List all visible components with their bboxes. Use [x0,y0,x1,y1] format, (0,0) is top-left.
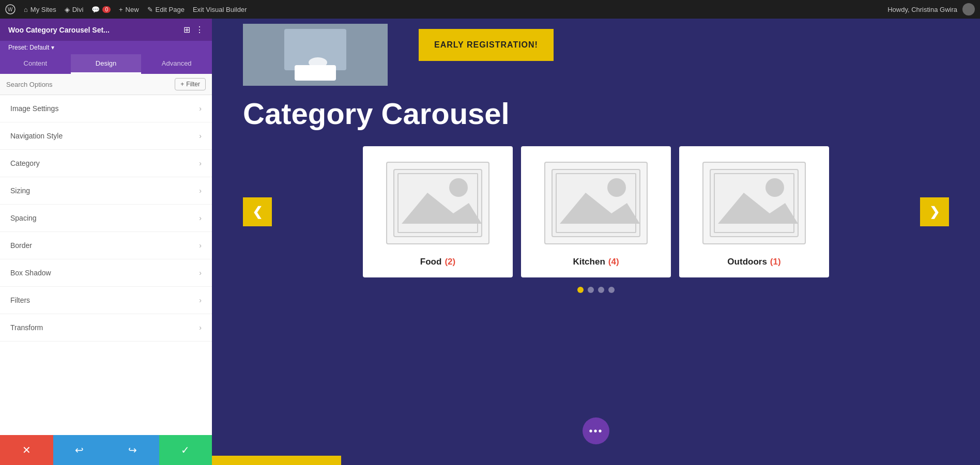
settings-item-transform[interactable]: Transform › [0,314,212,342]
search-filter-row: + Filter [0,74,212,95]
comments-btn[interactable]: 💬 0 [91,6,111,13]
redo-icon: ↪ [128,444,137,456]
admin-bar-right: Howdy, Christina Gwira [887,3,975,16]
left-panel: Woo Category Carousel Set... ⊞ ⋮ Preset:… [0,19,212,465]
close-icon: ✕ [22,444,31,456]
user-avatar[interactable] [962,3,975,16]
right-content: EARLY REGISTRATION! Category Carousel ❮ [212,19,980,465]
carousel-prev-button[interactable]: ❮ [243,197,272,226]
yellow-bar [212,456,341,465]
redo-button[interactable]: ↪ [106,435,159,465]
settings-item-category[interactable]: Category › [0,150,212,177]
save-button[interactable]: ✓ [159,435,212,465]
svg-point-6 [309,57,327,68]
chevron-icon-spacing: › [199,214,202,222]
hero-image-svg [243,24,388,86]
wp-icon: W [5,4,16,14]
svg-marker-9 [402,193,482,224]
settings-label-border: Border [10,241,32,250]
early-reg-label: EARLY REGISTRATION! [434,40,538,50]
category-card-outdoors[interactable]: Outdoors(1) [679,146,829,277]
category-name-kitchen: Kitchen(4) [573,257,619,267]
category-img-food [381,157,495,250]
settings-label-box-shadow: Box Shadow [10,269,51,277]
tab-design[interactable]: Design [71,54,142,74]
placeholder-svg-kitchen [549,167,642,239]
tab-content[interactable]: Content [0,54,71,74]
svg-marker-12 [560,193,640,224]
early-registration-button[interactable]: EARLY REGISTRATION! [419,29,554,61]
settings-label-filters: Filters [10,296,30,304]
placeholder-img-food [386,162,489,244]
panel-title: Woo Category Carousel Set... [8,26,110,34]
carousel-next-button[interactable]: ❯ [920,197,949,226]
settings-item-filters[interactable]: Filters › [0,287,212,314]
my-sites-btn[interactable]: ⌂ My Sites [24,6,56,13]
comment-icon: 💬 [91,6,100,13]
undo-icon: ↩ [75,444,84,456]
hero-top: EARLY REGISTRATION! [212,19,980,86]
placeholder-svg-food [391,167,484,239]
dot-1[interactable] [577,287,584,293]
chevron-down-icon: ▾ [51,44,54,51]
chevron-icon-navigation-style: › [199,132,202,140]
search-input[interactable] [6,81,171,88]
settings-label-category: Category [10,159,40,167]
undo-button[interactable]: ↩ [53,435,106,465]
tab-advanced[interactable]: Advanced [141,54,212,74]
admin-bar: W ⌂ My Sites ◈ Divi 💬 0 + New ✎ Edit Pag… [0,0,980,19]
category-name-label-kitchen: Kitchen [573,257,605,267]
settings-item-spacing[interactable]: Spacing › [0,205,212,232]
category-img-kitchen [539,157,653,250]
carousel-title: Category Carousel [243,96,949,131]
svg-point-11 [607,178,626,197]
category-name-outdoors: Outdoors(1) [727,257,780,267]
grid-icon[interactable]: ⊞ [183,25,190,35]
settings-item-box-shadow[interactable]: Box Shadow › [0,259,212,287]
placeholder-img-outdoors [702,162,806,244]
kebab-menu-icon[interactable]: ⋮ [195,25,204,35]
purple-circle-label: ••• [589,425,603,437]
admin-bar-left: W ⌂ My Sites ◈ Divi 💬 0 + New ✎ Edit Pag… [5,4,879,14]
dot-4[interactable] [608,287,615,293]
category-card-food[interactable]: Food(2) [363,146,513,277]
category-count-outdoors: (1) [770,257,781,267]
divi-label: Divi [72,6,84,13]
settings-item-border[interactable]: Border › [0,232,212,259]
category-name-food: Food(2) [420,257,455,267]
edit-page-btn[interactable]: ✎ Edit Page [147,6,185,13]
settings-label-navigation-style: Navigation Style [10,132,63,140]
new-btn[interactable]: + New [119,6,139,13]
wp-logo-btn[interactable]: W [5,4,16,14]
category-card-kitchen[interactable]: Kitchen(4) [521,146,671,277]
preset-label: Preset: Default [8,44,49,51]
category-count-food: (2) [445,257,455,267]
placeholder-img-kitchen [544,162,648,244]
category-name-label-food: Food [420,257,442,267]
settings-item-image-settings[interactable]: Image Settings › [0,95,212,122]
exit-builder-btn[interactable]: Exit Visual Builder [193,6,247,13]
svg-rect-13 [710,169,798,237]
chevron-icon-category: › [199,159,202,167]
settings-label-spacing: Spacing [10,214,37,222]
carousel-cards: Food(2) [272,146,920,277]
divi-btn[interactable]: ◈ Divi [65,6,84,13]
dot-2[interactable] [588,287,594,293]
plus-icon: + [119,6,123,13]
carousel-wrapper: ❮ [243,146,949,277]
user-greeting: Howdy, Christina Gwira [887,6,957,13]
svg-rect-10 [552,169,640,237]
close-button[interactable]: ✕ [0,435,53,465]
carousel-section: Category Carousel ❮ [212,86,980,303]
settings-item-navigation-style[interactable]: Navigation Style › [0,122,212,150]
settings-label-transform: Transform [10,323,43,332]
dot-3[interactable] [598,287,604,293]
filter-button[interactable]: + Filter [175,78,206,90]
action-bar: ✕ ↩ ↪ ✓ [0,435,212,465]
svg-point-8 [449,178,468,197]
purple-circle-button[interactable]: ••• [583,417,609,444]
settings-item-sizing[interactable]: Sizing › [0,177,212,205]
main-container: Woo Category Carousel Set... ⊞ ⋮ Preset:… [0,19,980,465]
edit-page-label: Edit Page [156,6,185,13]
preset-bar[interactable]: Preset: Default ▾ [0,41,212,54]
